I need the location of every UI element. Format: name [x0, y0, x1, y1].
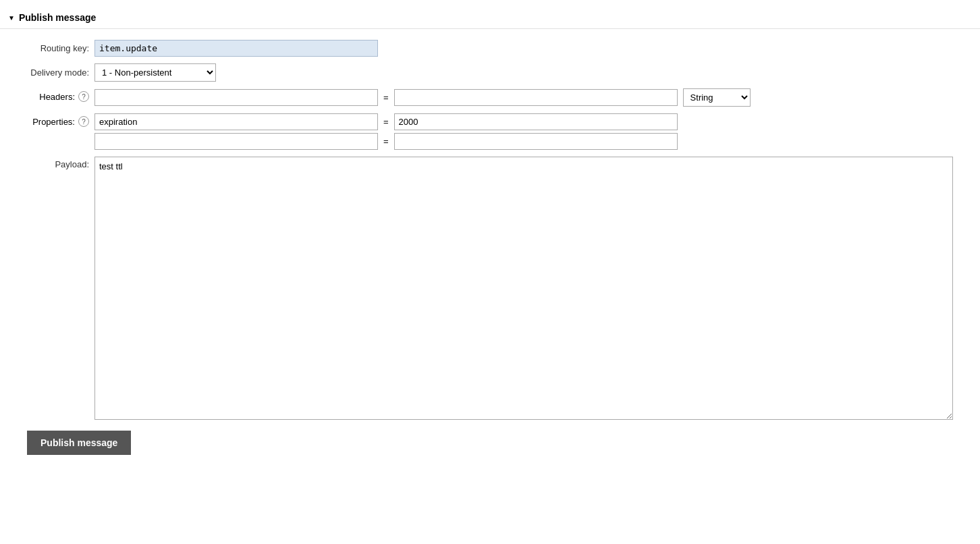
headers-kv-row: = StringNumberBoolean: [94, 88, 751, 107]
routing-key-row: Routing key:: [13, 40, 967, 57]
headers-value-input[interactable]: [394, 89, 678, 106]
properties-value-input-2[interactable]: [394, 133, 678, 150]
headers-label: Headers:: [39, 92, 75, 102]
headers-help-icon[interactable]: ?: [78, 91, 89, 102]
properties-row: Properties: ? = =: [13, 113, 967, 150]
delivery-mode-label: Delivery mode:: [13, 67, 94, 78]
headers-row: Headers: ? = StringNumberBoolean: [13, 88, 967, 107]
properties-kv-row-1: =: [94, 113, 678, 130]
headers-type-select[interactable]: StringNumberBoolean: [683, 88, 751, 107]
headers-eq-sign: =: [381, 92, 391, 103]
properties-kv-area: = =: [94, 113, 678, 150]
properties-key-input-2[interactable]: [94, 133, 378, 150]
properties-eq-1: =: [381, 117, 391, 127]
section-title: Publish message: [19, 12, 96, 23]
properties-help-icon[interactable]: ?: [78, 116, 89, 127]
payload-row: Payload: test ttl: [13, 157, 967, 420]
form-body: Routing key: Delivery mode: 1 - Non-pers…: [0, 29, 980, 472]
routing-key-label: Routing key:: [13, 43, 94, 53]
headers-key-input[interactable]: [94, 89, 378, 106]
properties-label: Properties:: [32, 117, 75, 127]
properties-key-input-1[interactable]: [94, 113, 378, 130]
payload-textarea[interactable]: test ttl: [94, 157, 953, 420]
publish-message-panel: ▼ Publish message Routing key: Delivery …: [0, 0, 980, 479]
delivery-mode-row: Delivery mode: 1 - Non-persistent2 - Per…: [13, 63, 967, 82]
delivery-mode-select[interactable]: 1 - Non-persistent2 - Persistent: [94, 63, 216, 82]
section-header: ▼ Publish message: [0, 7, 980, 29]
headers-label-col: Headers: ?: [13, 88, 94, 102]
routing-key-input[interactable]: [94, 40, 378, 57]
properties-eq-2: =: [381, 136, 391, 146]
properties-label-col: Properties: ?: [13, 113, 94, 127]
payload-label: Payload:: [13, 157, 94, 169]
properties-value-input-1[interactable]: [394, 113, 678, 130]
collapse-icon[interactable]: ▼: [8, 14, 15, 22]
publish-message-button[interactable]: Publish message: [27, 431, 131, 455]
properties-kv-row-2: =: [94, 133, 678, 150]
